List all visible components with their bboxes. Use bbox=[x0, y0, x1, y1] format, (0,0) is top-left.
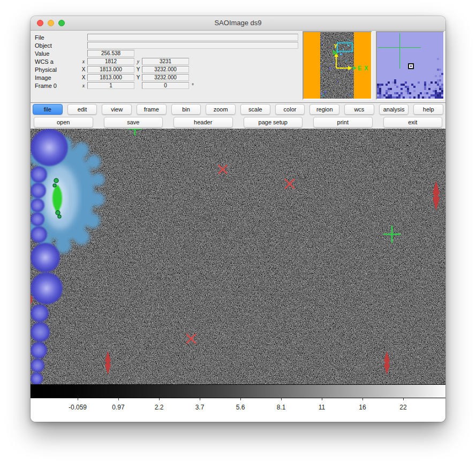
magnifier-noise-pixel bbox=[390, 88, 392, 90]
magnifier-noise-pixel bbox=[439, 79, 441, 81]
frame-0-x-field[interactable]: 1 bbox=[87, 82, 134, 89]
magnifier-noise-pixel bbox=[424, 96, 426, 99]
magnifier-crosshair-horizontal bbox=[378, 47, 421, 48]
menu-button-region[interactable]: region bbox=[309, 104, 339, 115]
panner-compass: YNEX bbox=[304, 32, 371, 99]
file-field[interactable] bbox=[87, 34, 298, 41]
magnifier-noise-pixel bbox=[386, 84, 388, 86]
wcs-a-x-field[interactable]: 1812 bbox=[87, 58, 134, 65]
zoom-window-button[interactable] bbox=[58, 20, 65, 26]
info-row-image: ImageX1813.000Y3232.000 bbox=[35, 73, 298, 81]
axis-label-2: Y bbox=[134, 66, 142, 72]
colorbar-tickmark bbox=[322, 398, 322, 400]
info-label-frame-0: Frame 0 bbox=[35, 83, 80, 89]
menu-button-view[interactable]: view bbox=[102, 104, 132, 115]
info-row-value: Value256.538 bbox=[35, 49, 298, 57]
magnifier-noise-pixel bbox=[388, 81, 390, 84]
image-x-field[interactable]: 1813.000 bbox=[87, 74, 134, 81]
menu-button-scale[interactable]: scale bbox=[240, 104, 270, 115]
colorbar-gradient[interactable] bbox=[31, 384, 445, 398]
magnifier-noise-pixel bbox=[418, 81, 420, 84]
red-x-marker bbox=[284, 178, 296, 192]
colorbar-tick-label: 22 bbox=[387, 404, 419, 411]
magnifier-noise-pixel bbox=[437, 58, 439, 60]
magnifier-crosshair-vertical bbox=[399, 33, 400, 69]
info-section: FileObjectValue256.538WCS ax1812y3231Phy… bbox=[31, 31, 445, 102]
window-title: SAOImage ds9 bbox=[31, 16, 445, 30]
traffic-lights bbox=[37, 20, 65, 26]
info-row-object: Object bbox=[35, 41, 298, 49]
colorbar-tickmark bbox=[118, 398, 119, 400]
colorbar-tick-label: 8.1 bbox=[265, 404, 297, 411]
magnifier-noise-pixel bbox=[381, 84, 383, 86]
colorbar-section: -0.0590.972.23.75.68.1111622 bbox=[31, 384, 445, 422]
value-field[interactable]: 256.538 bbox=[87, 50, 134, 57]
info-label-image: Image bbox=[35, 74, 80, 81]
image-y-field[interactable]: 3232.000 bbox=[142, 74, 189, 81]
info-label-value: Value bbox=[35, 50, 80, 57]
menu-button-file[interactable]: file bbox=[33, 104, 63, 115]
minimize-button[interactable] bbox=[48, 20, 54, 26]
svg-text:X: X bbox=[364, 65, 368, 71]
axis-label-1: x bbox=[80, 83, 87, 88]
magnifier-noise-pixel bbox=[388, 90, 390, 92]
green-cross-marker bbox=[383, 226, 401, 245]
axis-label-1: x bbox=[80, 58, 87, 64]
action-button-save[interactable]: save bbox=[104, 117, 163, 128]
colorbar-tickmark bbox=[159, 398, 160, 400]
close-button[interactable] bbox=[37, 20, 43, 26]
colorbar-tickmark bbox=[78, 398, 78, 400]
image-canvas[interactable] bbox=[31, 129, 445, 384]
action-button-open[interactable]: open bbox=[34, 117, 93, 128]
colorbar-tickmark bbox=[281, 398, 282, 400]
magnifier-noise-pixel bbox=[398, 96, 401, 99]
magnifier-noise-pixel bbox=[413, 90, 415, 92]
info-label-physical: Physical bbox=[35, 66, 80, 73]
axis-label-2: Y bbox=[134, 74, 142, 80]
action-button-print[interactable]: print bbox=[313, 117, 373, 128]
action-button-exit[interactable]: exit bbox=[383, 117, 443, 128]
titlebar: SAOImage ds9 bbox=[31, 16, 445, 31]
magnifier-noise-pixel bbox=[428, 84, 430, 86]
menu-button-zoom[interactable]: zoom bbox=[206, 104, 236, 115]
magnifier-noise-pixel bbox=[396, 86, 398, 88]
region-markers-layer bbox=[31, 129, 445, 384]
action-button-page-setup[interactable]: page setup bbox=[244, 117, 303, 128]
menu-button-wcs[interactable]: wcs bbox=[344, 104, 374, 115]
magnifier-cursor-box bbox=[408, 63, 414, 69]
axis-label-1: X bbox=[80, 66, 87, 72]
object-field[interactable] bbox=[87, 42, 298, 49]
wcs-a-y-field[interactable]: 3231 bbox=[142, 58, 189, 65]
menu-button-help[interactable]: help bbox=[413, 104, 443, 115]
magnifier-noise-pixel bbox=[403, 96, 405, 99]
colorbar-tick-label: 0.97 bbox=[102, 404, 134, 411]
magnifier-noise-pixel bbox=[413, 96, 415, 99]
menu-button-color[interactable]: color bbox=[275, 104, 305, 115]
menu-button-bin[interactable]: bin bbox=[171, 104, 201, 115]
panner-panel[interactable]: YNEX bbox=[303, 31, 372, 100]
magnifier-noise-pixel bbox=[430, 81, 433, 84]
menu-button-edit[interactable]: edit bbox=[67, 104, 97, 115]
menu-row-secondary: opensaveheaderpage setupprintexit bbox=[34, 117, 442, 128]
magnifier-noise-pixel bbox=[413, 86, 415, 88]
menu-button-frame[interactable]: frame bbox=[137, 104, 167, 115]
degree-symbol: ° bbox=[192, 83, 194, 88]
magnifier-noise-pixel bbox=[405, 81, 407, 84]
info-label-object: Object bbox=[35, 42, 80, 49]
menu-row-primary: fileeditviewframebinzoomscalecolorregion… bbox=[33, 104, 443, 115]
magnifier-noise-pixel bbox=[441, 92, 443, 94]
colorbar-tick-label: 3.7 bbox=[184, 404, 216, 411]
magnifier-noise-pixel bbox=[441, 73, 443, 75]
frame-0-y-field[interactable]: 0 bbox=[142, 82, 189, 89]
colorbar-tick-label: 5.6 bbox=[224, 404, 256, 411]
colorbar-tickmark bbox=[362, 398, 363, 400]
magnifier-noise-pixel bbox=[381, 96, 383, 99]
physical-y-field[interactable]: 3232.000 bbox=[142, 66, 189, 73]
menu-button-analysis[interactable]: analysis bbox=[379, 104, 409, 115]
magnifier-panel[interactable] bbox=[376, 31, 444, 100]
physical-x-field[interactable]: 1813.000 bbox=[87, 66, 134, 73]
panner-viewport-box bbox=[337, 43, 352, 51]
info-label-wcs-a: WCS a bbox=[35, 58, 80, 65]
action-button-header[interactable]: header bbox=[173, 117, 233, 128]
magnifier-noise-pixel bbox=[439, 75, 441, 77]
